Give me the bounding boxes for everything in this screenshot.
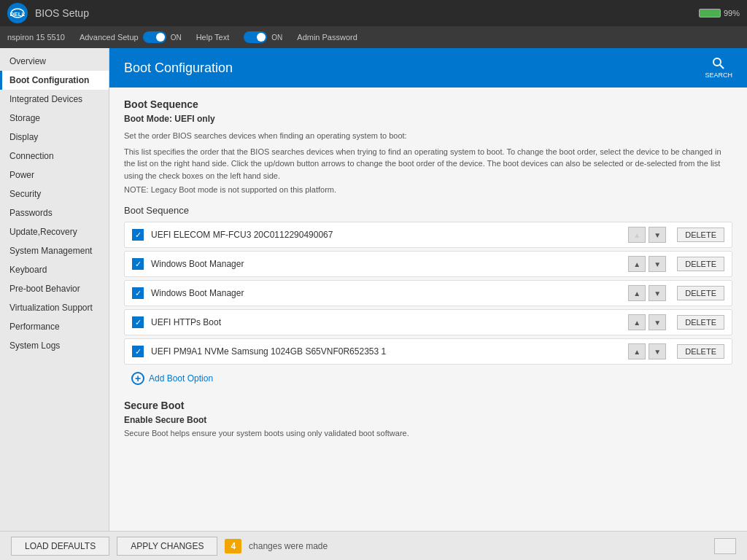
boot-entry-4-checkbox[interactable]: ✓ bbox=[132, 316, 144, 328]
secure-boot-section: Secure Boot Enable Secure Boot Secure Bo… bbox=[124, 400, 732, 438]
main-layout: Overview Boot Configuration Integrated D… bbox=[0, 48, 747, 531]
help-text-label: Help Text bbox=[196, 33, 230, 42]
boot-entry-4-delete[interactable]: DELETE bbox=[677, 315, 724, 330]
apply-changes-button[interactable]: APPLY CHANGES bbox=[117, 537, 217, 556]
boot-mode-label: Boot Mode: UEFI only bbox=[124, 114, 732, 124]
sidebar-item-power[interactable]: Power bbox=[0, 166, 109, 184]
boot-entry-5-arrows: ▲ ▼ bbox=[628, 343, 666, 359]
sidebar-item-system-management[interactable]: System Management bbox=[0, 241, 109, 260]
boot-entry-4: ✓ UEFI HTTPs Boot ▲ ▼ DELETE bbox=[124, 309, 732, 335]
boot-entry-2-down[interactable]: ▼ bbox=[649, 256, 666, 272]
toggle2-label: ON bbox=[271, 34, 282, 42]
sidebar-item-security[interactable]: Security bbox=[0, 184, 109, 203]
boot-entry-2-delete[interactable]: DELETE bbox=[677, 257, 724, 271]
battery-text: 99% bbox=[724, 9, 740, 18]
boot-entry-3-arrows: ▲ ▼ bbox=[628, 285, 666, 301]
boot-entry-1-down[interactable]: ▼ bbox=[649, 227, 666, 243]
advanced-setup-toggle[interactable] bbox=[143, 31, 166, 43]
help-text-toggle2-group: ON bbox=[244, 31, 282, 43]
changes-text: changes were made bbox=[249, 541, 328, 551]
boot-entry-2-up[interactable]: ▲ bbox=[628, 256, 646, 272]
bottom-bar: LOAD DEFAULTS APPLY CHANGES 4 changes we… bbox=[0, 531, 747, 560]
sidebar-item-boot-config[interactable]: Boot Configuration bbox=[0, 71, 109, 90]
boot-entry-4-down[interactable]: ▼ bbox=[649, 314, 666, 330]
boot-entry-5: ✓ UEFI PM9A1 NVMe Samsung 1024GB S65VNF0… bbox=[124, 338, 732, 365]
boot-entry-3-name: Windows Boot Manager bbox=[151, 288, 628, 298]
sidebar-item-storage[interactable]: Storage bbox=[0, 109, 109, 128]
boot-entry-4-up[interactable]: ▲ bbox=[628, 314, 646, 330]
sidebar-item-system-logs[interactable]: System Logs bbox=[0, 336, 109, 355]
secure-boot-desc: Secure Boot helps ensure your system boo… bbox=[124, 429, 732, 438]
content-body: Boot Sequence Boot Mode: UEFI only Set t… bbox=[109, 88, 747, 448]
sidebar-item-connection[interactable]: Connection bbox=[0, 147, 109, 166]
battery-bar bbox=[699, 9, 721, 18]
boot-entry-3: ✓ Windows Boot Manager ▲ ▼ DELETE bbox=[124, 280, 732, 306]
boot-entry-1-name: UEFI ELECOM MF-FCU3 20C0112290490067 bbox=[151, 230, 628, 240]
boot-entry-2-name: Windows Boot Manager bbox=[151, 259, 628, 269]
boot-entry-5-name: UEFI PM9A1 NVMe Samsung 1024GB S65VNF0R6… bbox=[151, 346, 628, 357]
sidebar-item-update-recovery[interactable]: Update,Recovery bbox=[0, 222, 109, 241]
content-header-title: Boot Configuration bbox=[124, 61, 233, 76]
advanced-setup-toggle-group: Advanced Setup ON bbox=[80, 31, 182, 43]
device-name: nspiron 15 5510 bbox=[7, 33, 65, 42]
svg-point-2 bbox=[713, 58, 721, 66]
boot-entry-2-checkbox[interactable]: ✓ bbox=[132, 258, 144, 270]
sidebar-item-passwords[interactable]: Passwords bbox=[0, 203, 109, 222]
boot-entry-1-checkbox[interactable]: ✓ bbox=[132, 229, 144, 241]
boot-entry-5-up[interactable]: ▲ bbox=[628, 343, 646, 359]
sidebar-item-preboot-behavior[interactable]: Pre-boot Behavior bbox=[0, 279, 109, 298]
boot-entry-4-name: UEFI HTTPs Boot bbox=[151, 317, 628, 327]
bios-title: BIOS Setup bbox=[35, 7, 89, 19]
sidebar-item-integrated-devices[interactable]: Integrated Devices bbox=[0, 90, 109, 109]
svg-line-3 bbox=[720, 65, 724, 69]
second-bar: nspiron 15 5510 Advanced Setup ON Help T… bbox=[0, 26, 747, 48]
add-boot-option-icon: + bbox=[131, 372, 144, 385]
advanced-setup-label: Advanced Setup bbox=[80, 33, 139, 42]
admin-password-label: Admin Password bbox=[297, 33, 357, 42]
description-line2: This list specifies the order that the B… bbox=[124, 146, 732, 182]
add-boot-option[interactable]: + Add Boot Option bbox=[131, 372, 732, 385]
boot-entry-1-arrows: ▲ ▼ bbox=[628, 227, 666, 243]
boot-entry-2: ✓ Windows Boot Manager ▲ ▼ DELETE bbox=[124, 251, 732, 277]
secure-boot-title: Secure Boot bbox=[124, 400, 732, 411]
boot-entry-4-arrows: ▲ ▼ bbox=[628, 314, 666, 330]
bottom-right-button[interactable] bbox=[714, 538, 736, 554]
boot-entry-3-up[interactable]: ▲ bbox=[628, 285, 646, 301]
boot-entry-5-checkbox[interactable]: ✓ bbox=[132, 346, 144, 357]
load-defaults-button[interactable]: LOAD DEFAULTS bbox=[11, 537, 109, 556]
svg-text:DELL: DELL bbox=[10, 11, 25, 18]
search-button[interactable]: SEARCH bbox=[705, 57, 732, 79]
boot-entry-2-arrows: ▲ ▼ bbox=[628, 256, 666, 272]
sidebar-item-virtualization[interactable]: Virtualization Support bbox=[0, 298, 109, 317]
sidebar: Overview Boot Configuration Integrated D… bbox=[0, 48, 109, 531]
boot-entry-1: ✓ UEFI ELECOM MF-FCU3 20C0112290490067 ▲… bbox=[124, 222, 732, 248]
admin-password-group: Admin Password bbox=[297, 33, 357, 42]
sidebar-item-keyboard[interactable]: Keyboard bbox=[0, 260, 109, 279]
boot-sequence-section-title: Boot Sequence bbox=[124, 98, 732, 110]
boot-entry-3-down[interactable]: ▼ bbox=[649, 285, 666, 301]
description-line1: Set the order BIOS searches devices when… bbox=[124, 130, 732, 142]
top-bar: DELL BIOS Setup 99% bbox=[0, 0, 747, 26]
help-text-toggle[interactable] bbox=[244, 31, 267, 43]
content-area: Boot Configuration SEARCH Boot Sequence … bbox=[109, 48, 747, 531]
help-text-toggle-group: Help Text bbox=[196, 33, 230, 42]
boot-entry-5-down[interactable]: ▼ bbox=[649, 343, 666, 359]
search-label: SEARCH bbox=[705, 71, 732, 79]
enable-secure-boot-label: Enable Secure Boot bbox=[124, 415, 732, 425]
boot-entry-3-checkbox[interactable]: ✓ bbox=[132, 287, 144, 299]
changes-count-badge: 4 bbox=[225, 539, 241, 553]
dell-logo: DELL bbox=[7, 3, 28, 23]
boot-entry-5-delete[interactable]: DELETE bbox=[677, 344, 724, 359]
sidebar-item-performance[interactable]: Performance bbox=[0, 317, 109, 336]
battery-indicator: 99% bbox=[699, 9, 740, 18]
note-text: NOTE: Legacy Boot mode is not supported … bbox=[124, 185, 732, 194]
boot-entry-3-delete[interactable]: DELETE bbox=[677, 286, 724, 300]
sidebar-item-display[interactable]: Display bbox=[0, 128, 109, 147]
boot-entry-1-delete[interactable]: DELETE bbox=[677, 228, 724, 242]
sidebar-item-overview[interactable]: Overview bbox=[0, 52, 109, 71]
boot-entry-1-up[interactable]: ▲ bbox=[628, 227, 646, 243]
add-boot-option-label: Add Boot Option bbox=[149, 373, 213, 384]
toggle1-label: ON bbox=[171, 34, 182, 42]
content-header: Boot Configuration SEARCH bbox=[109, 48, 747, 88]
boot-sequence-sublabel: Boot Sequence bbox=[124, 205, 732, 216]
